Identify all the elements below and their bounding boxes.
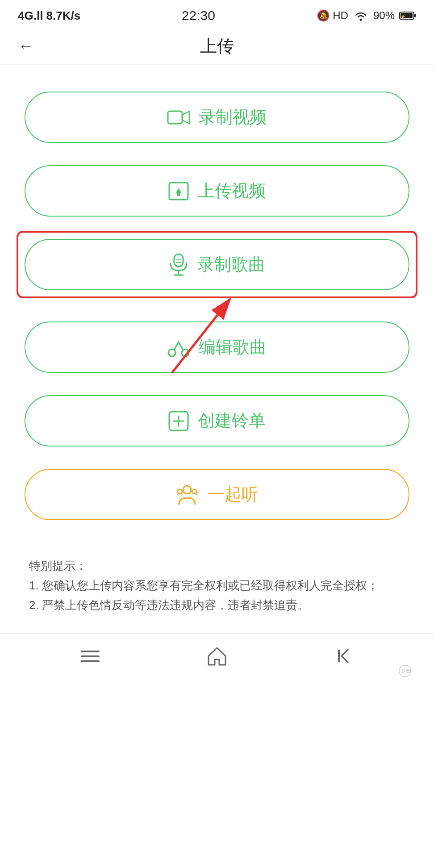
microphone-icon [169,254,188,276]
upload-video-label: 上传视频 [198,179,266,202]
listen-together-label: 一起听 [208,483,259,506]
svg-point-25 [178,489,182,494]
create-playlist-label: 创建铃单 [198,409,266,432]
svg-text:⚡: ⚡ [401,14,406,19]
menu-button[interactable] [80,649,100,664]
home-button[interactable] [207,646,227,667]
wifi-icon [353,9,369,22]
notice-section: 特别提示： 1. 您确认您上传内容系您享有完全权利或已经取得权利人完全授权； 2… [25,556,409,615]
record-song-wrapper: 录制歌曲 [25,239,409,290]
battery-icon: ⚡ [399,11,416,21]
status-time: 22:30 [182,8,215,23]
upload-video-button[interactable]: 上传视频 [25,165,409,217]
svg-marker-6 [183,111,189,124]
upload-video-icon [168,182,189,200]
record-video-button[interactable]: 录制视频 [25,92,409,143]
svg-point-0 [359,19,362,21]
watermark: 答案 [398,664,425,680]
status-hd: 🔕 HD [317,9,348,22]
record-video-label: 录制视频 [199,106,267,129]
svg-rect-9 [177,192,180,196]
svg-line-16 [172,299,230,373]
group-listen-icon [175,484,199,506]
back-nav-button[interactable] [334,646,354,667]
status-battery-pct: 90% [373,9,395,22]
record-song-label: 录制歌曲 [197,253,265,276]
svg-text:答案: 答案 [401,669,410,674]
svg-point-24 [183,486,191,494]
back-button[interactable]: ← [18,37,34,55]
svg-rect-5 [168,111,182,124]
notice-line-2: 2. 严禁上传色情反动等违法违规内容，违者封禁追责。 [29,595,405,615]
top-nav: ← 上传 [0,28,434,65]
status-bar: 4G.ll 8.7K/s 22:30 🔕 HD 90% ⚡ [0,0,434,28]
main-content: 录制视频 上传视频 [0,65,434,633]
listen-together-button[interactable]: 一起听 [25,469,409,520]
svg-point-26 [192,489,196,494]
svg-rect-3 [414,14,416,17]
plus-square-icon [168,411,189,431]
bottom-nav: 答案 [0,633,434,684]
video-camera-icon [167,108,190,126]
status-signal: 4G.ll 8.7K/s [18,9,80,23]
notice-line-1: 1. 您确认您上传内容系您享有完全权利或已经取得权利人完全授权； [29,576,405,595]
record-song-button[interactable]: 录制歌曲 [25,239,409,290]
svg-rect-32 [338,650,340,662]
page-title: 上传 [200,35,234,58]
status-right-group: 🔕 HD 90% ⚡ [317,9,416,22]
notice-title: 特别提示： [29,556,405,576]
create-playlist-button[interactable]: 创建铃单 [25,395,409,447]
